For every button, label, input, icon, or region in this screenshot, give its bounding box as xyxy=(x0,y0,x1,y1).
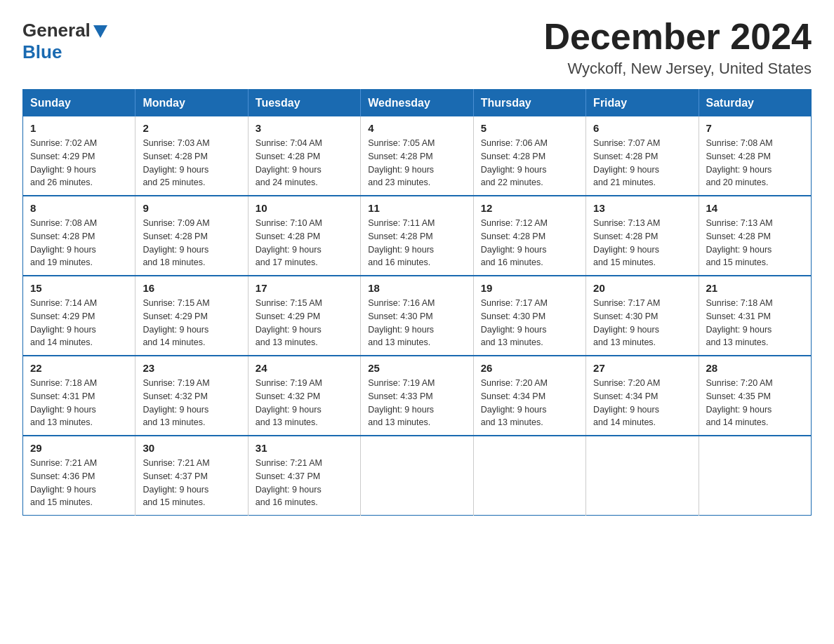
calendar-day-cell: 18 Sunrise: 7:16 AM Sunset: 4:30 PM Dayl… xyxy=(361,276,473,356)
calendar-day-cell: 31 Sunrise: 7:21 AM Sunset: 4:37 PM Dayl… xyxy=(248,436,360,516)
calendar-body: 1 Sunrise: 7:02 AM Sunset: 4:29 PM Dayli… xyxy=(23,116,812,516)
day-info: Sunrise: 7:13 AM Sunset: 4:28 PM Dayligh… xyxy=(706,217,804,269)
day-number: 10 xyxy=(256,202,353,214)
logo-blue-text: Blue xyxy=(22,41,62,63)
calendar-header: SundayMondayTuesdayWednesdayThursdayFrid… xyxy=(23,90,812,117)
calendar-day-cell: 26 Sunrise: 7:20 AM Sunset: 4:34 PM Dayl… xyxy=(473,356,585,436)
day-info: Sunrise: 7:21 AM Sunset: 4:37 PM Dayligh… xyxy=(143,457,240,509)
calendar-day-cell: 10 Sunrise: 7:10 AM Sunset: 4:28 PM Dayl… xyxy=(248,196,360,276)
day-info: Sunrise: 7:07 AM Sunset: 4:28 PM Dayligh… xyxy=(593,137,691,189)
calendar-day-cell: 5 Sunrise: 7:06 AM Sunset: 4:28 PM Dayli… xyxy=(473,116,585,196)
calendar-week-row: 22 Sunrise: 7:18 AM Sunset: 4:31 PM Dayl… xyxy=(23,356,812,436)
month-title: December 2024 xyxy=(543,17,812,57)
day-number: 27 xyxy=(593,362,691,374)
calendar-day-cell: 25 Sunrise: 7:19 AM Sunset: 4:33 PM Dayl… xyxy=(361,356,473,436)
calendar-day-cell: 24 Sunrise: 7:19 AM Sunset: 4:32 PM Dayl… xyxy=(248,356,360,436)
page-header: General Blue December 2024 Wyckoff, New … xyxy=(22,17,812,78)
day-number: 16 xyxy=(143,282,240,294)
day-info: Sunrise: 7:17 AM Sunset: 4:30 PM Dayligh… xyxy=(481,297,578,349)
calendar-day-cell: 29 Sunrise: 7:21 AM Sunset: 4:36 PM Dayl… xyxy=(23,436,135,516)
day-info: Sunrise: 7:10 AM Sunset: 4:28 PM Dayligh… xyxy=(256,217,353,269)
day-number: 12 xyxy=(481,202,578,214)
weekday-header-thursday: Thursday xyxy=(473,90,585,117)
calendar-day-cell xyxy=(473,436,585,516)
day-info: Sunrise: 7:20 AM Sunset: 4:34 PM Dayligh… xyxy=(481,377,578,429)
svg-marker-0 xyxy=(93,25,107,38)
day-info: Sunrise: 7:15 AM Sunset: 4:29 PM Dayligh… xyxy=(143,297,240,349)
day-number: 26 xyxy=(481,362,578,374)
calendar-table: SundayMondayTuesdayWednesdayThursdayFrid… xyxy=(22,89,812,516)
calendar-day-cell: 27 Sunrise: 7:20 AM Sunset: 4:34 PM Dayl… xyxy=(586,356,699,436)
day-number: 29 xyxy=(30,442,128,454)
logo-general-text: General xyxy=(22,20,91,41)
day-number: 8 xyxy=(30,202,128,214)
weekday-header-tuesday: Tuesday xyxy=(248,90,360,117)
day-info: Sunrise: 7:08 AM Sunset: 4:28 PM Dayligh… xyxy=(30,217,128,269)
weekday-header-row: SundayMondayTuesdayWednesdayThursdayFrid… xyxy=(23,90,812,117)
day-number: 17 xyxy=(256,282,353,294)
calendar-day-cell xyxy=(699,436,811,516)
day-info: Sunrise: 7:19 AM Sunset: 4:32 PM Dayligh… xyxy=(256,377,353,429)
day-number: 21 xyxy=(706,282,804,294)
calendar-week-row: 29 Sunrise: 7:21 AM Sunset: 4:36 PM Dayl… xyxy=(23,436,812,516)
calendar-week-row: 15 Sunrise: 7:14 AM Sunset: 4:29 PM Dayl… xyxy=(23,276,812,356)
calendar-day-cell: 19 Sunrise: 7:17 AM Sunset: 4:30 PM Dayl… xyxy=(473,276,585,356)
day-info: Sunrise: 7:19 AM Sunset: 4:32 PM Dayligh… xyxy=(143,377,240,429)
logo: General Blue xyxy=(22,17,107,63)
day-info: Sunrise: 7:05 AM Sunset: 4:28 PM Dayligh… xyxy=(368,137,465,189)
calendar-week-row: 1 Sunrise: 7:02 AM Sunset: 4:29 PM Dayli… xyxy=(23,116,812,196)
day-number: 11 xyxy=(368,202,465,214)
day-number: 15 xyxy=(30,282,128,294)
calendar-day-cell: 16 Sunrise: 7:15 AM Sunset: 4:29 PM Dayl… xyxy=(135,276,248,356)
day-info: Sunrise: 7:03 AM Sunset: 4:28 PM Dayligh… xyxy=(143,137,240,189)
calendar-day-cell: 20 Sunrise: 7:17 AM Sunset: 4:30 PM Dayl… xyxy=(586,276,699,356)
day-info: Sunrise: 7:13 AM Sunset: 4:28 PM Dayligh… xyxy=(593,217,691,269)
calendar-day-cell xyxy=(361,436,473,516)
day-number: 22 xyxy=(30,362,128,374)
day-number: 28 xyxy=(706,362,804,374)
day-info: Sunrise: 7:08 AM Sunset: 4:28 PM Dayligh… xyxy=(706,137,804,189)
day-info: Sunrise: 7:20 AM Sunset: 4:35 PM Dayligh… xyxy=(706,377,804,429)
day-number: 13 xyxy=(593,202,691,214)
day-number: 20 xyxy=(593,282,691,294)
day-number: 18 xyxy=(368,282,465,294)
day-info: Sunrise: 7:18 AM Sunset: 4:31 PM Dayligh… xyxy=(706,297,804,349)
day-info: Sunrise: 7:12 AM Sunset: 4:28 PM Dayligh… xyxy=(481,217,578,269)
day-number: 9 xyxy=(143,202,240,214)
calendar-day-cell: 1 Sunrise: 7:02 AM Sunset: 4:29 PM Dayli… xyxy=(23,116,135,196)
day-number: 4 xyxy=(368,122,465,134)
calendar-day-cell: 9 Sunrise: 7:09 AM Sunset: 4:28 PM Dayli… xyxy=(135,196,248,276)
weekday-header-friday: Friday xyxy=(586,90,699,117)
calendar-day-cell: 8 Sunrise: 7:08 AM Sunset: 4:28 PM Dayli… xyxy=(23,196,135,276)
calendar-week-row: 8 Sunrise: 7:08 AM Sunset: 4:28 PM Dayli… xyxy=(23,196,812,276)
calendar-day-cell: 4 Sunrise: 7:05 AM Sunset: 4:28 PM Dayli… xyxy=(361,116,473,196)
day-info: Sunrise: 7:02 AM Sunset: 4:29 PM Dayligh… xyxy=(30,137,128,189)
day-info: Sunrise: 7:19 AM Sunset: 4:33 PM Dayligh… xyxy=(368,377,465,429)
day-info: Sunrise: 7:11 AM Sunset: 4:28 PM Dayligh… xyxy=(368,217,465,269)
calendar-day-cell: 3 Sunrise: 7:04 AM Sunset: 4:28 PM Dayli… xyxy=(248,116,360,196)
day-info: Sunrise: 7:06 AM Sunset: 4:28 PM Dayligh… xyxy=(481,137,578,189)
logo-top-row: General xyxy=(22,20,107,41)
day-number: 30 xyxy=(143,442,240,454)
day-number: 25 xyxy=(368,362,465,374)
calendar-day-cell: 11 Sunrise: 7:11 AM Sunset: 4:28 PM Dayl… xyxy=(361,196,473,276)
calendar-day-cell: 15 Sunrise: 7:14 AM Sunset: 4:29 PM Dayl… xyxy=(23,276,135,356)
logo-blue-label: Blue xyxy=(22,41,62,62)
day-info: Sunrise: 7:16 AM Sunset: 4:30 PM Dayligh… xyxy=(368,297,465,349)
calendar-day-cell: 30 Sunrise: 7:21 AM Sunset: 4:37 PM Dayl… xyxy=(135,436,248,516)
logo-triangle-icon xyxy=(93,25,107,38)
day-info: Sunrise: 7:14 AM Sunset: 4:29 PM Dayligh… xyxy=(30,297,128,349)
day-info: Sunrise: 7:21 AM Sunset: 4:37 PM Dayligh… xyxy=(256,457,353,509)
day-info: Sunrise: 7:15 AM Sunset: 4:29 PM Dayligh… xyxy=(256,297,353,349)
day-number: 14 xyxy=(706,202,804,214)
title-section: December 2024 Wyckoff, New Jersey, Unite… xyxy=(543,17,812,78)
weekday-header-wednesday: Wednesday xyxy=(361,90,473,117)
day-number: 31 xyxy=(256,442,353,454)
calendar-day-cell: 6 Sunrise: 7:07 AM Sunset: 4:28 PM Dayli… xyxy=(586,116,699,196)
day-number: 1 xyxy=(30,122,128,134)
calendar-day-cell: 7 Sunrise: 7:08 AM Sunset: 4:28 PM Dayli… xyxy=(699,116,811,196)
location-title: Wyckoff, New Jersey, United States xyxy=(543,60,812,78)
weekday-header-monday: Monday xyxy=(135,90,248,117)
day-info: Sunrise: 7:09 AM Sunset: 4:28 PM Dayligh… xyxy=(143,217,240,269)
day-number: 23 xyxy=(143,362,240,374)
